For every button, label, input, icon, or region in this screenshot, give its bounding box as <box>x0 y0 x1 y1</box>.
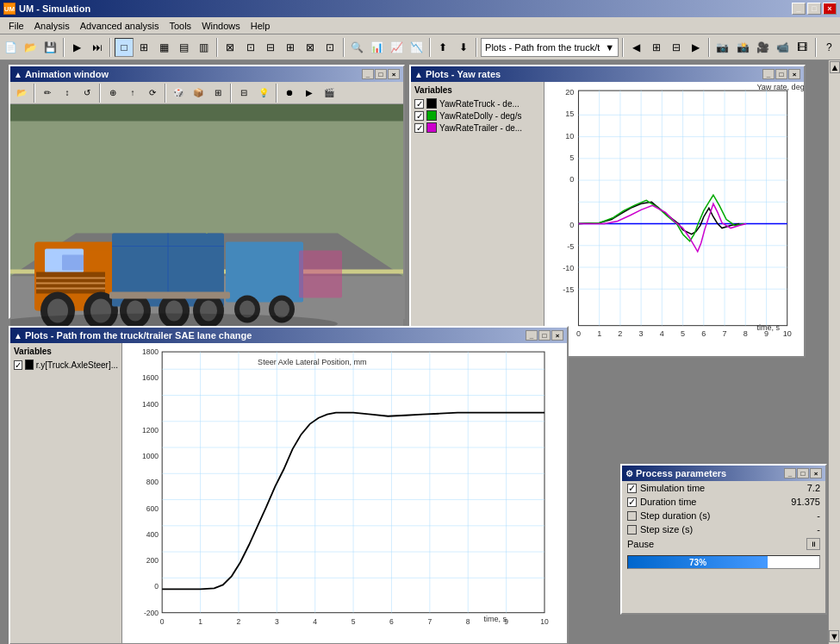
close-button[interactable]: × <box>823 3 837 15</box>
path-minimize[interactable]: _ <box>526 330 538 341</box>
anim-rotate[interactable]: ↺ <box>78 84 96 103</box>
tool-btn-4[interactable]: ⊞ <box>281 38 299 57</box>
yaw-var3-checkbox[interactable]: ✓ <box>414 123 424 133</box>
anim-extra[interactable]: 🎬 <box>320 84 339 103</box>
yaw-maximize[interactable]: □ <box>775 69 787 79</box>
yaw-minimize[interactable]: _ <box>762 69 775 79</box>
menu-analysis[interactable]: Analysis <box>29 19 75 33</box>
step-button[interactable]: ⏭ <box>88 38 106 57</box>
yaw-var1-checkbox[interactable]: ✓ <box>414 99 424 109</box>
anim-grid[interactable]: ⊟ <box>234 84 253 103</box>
step-size-checkbox[interactable] <box>627 525 637 535</box>
svg-text:800: 800 <box>146 478 159 486</box>
tool-btn-3[interactable]: ⊟ <box>261 38 279 57</box>
help-btn[interactable]: ? <box>820 38 838 57</box>
main-scrollbar[interactable]: ▲ ▼ <box>828 60 840 644</box>
menu-windows[interactable]: Windows <box>196 19 246 33</box>
camera-btn-3[interactable]: 🎥 <box>754 38 772 57</box>
yaw-variables-panel: Variables ✓ YawRateTruck - de... ✓ YawRa… <box>411 82 544 356</box>
yaw-var2-checkbox[interactable]: ✓ <box>414 111 424 121</box>
anim-view3[interactable]: ⊞ <box>208 84 227 103</box>
tool-btn-2[interactable]: ⊡ <box>241 38 259 57</box>
toolbar-sep-5 <box>429 38 431 57</box>
anim-close[interactable]: × <box>388 69 400 79</box>
process-maximize[interactable]: □ <box>797 468 809 478</box>
view-btn-5[interactable]: ▥ <box>195 38 213 57</box>
anim-minimize[interactable]: _ <box>362 69 374 79</box>
path-close[interactable]: × <box>551 330 563 341</box>
scroll-up[interactable]: ▲ <box>830 61 840 73</box>
view-btn-1[interactable]: □ <box>115 38 133 57</box>
plots-dropdown[interactable]: Plots - Path from the truck/t ▼ <box>481 38 619 57</box>
anim-draw[interactable]: ✏ <box>38 84 57 103</box>
main-content: ▲ Animation window _ □ × 📂 ✏ ↕ ↺ ⊕ ↑ ⟳ 🎲… <box>0 60 840 644</box>
maximize-button[interactable]: □ <box>807 3 821 15</box>
process-minimize[interactable]: _ <box>784 468 796 478</box>
duration-time-checkbox[interactable]: ✓ <box>627 497 637 507</box>
svg-text:1200: 1200 <box>142 426 159 435</box>
sim-time-checkbox[interactable]: ✓ <box>627 484 637 493</box>
anim-maximize[interactable]: □ <box>375 69 387 79</box>
nav-btn-2[interactable]: ⊞ <box>647 38 665 57</box>
anim-spin[interactable]: ⟳ <box>143 84 162 103</box>
step-duration-checkbox[interactable] <box>627 511 637 521</box>
view-btn-2[interactable]: ⊞ <box>135 38 153 57</box>
svg-rect-9 <box>62 255 84 271</box>
anim-view2[interactable]: 📦 <box>189 84 208 103</box>
anim-light[interactable]: 💡 <box>254 84 273 103</box>
minimize-button[interactable]: _ <box>792 3 806 15</box>
anim-record[interactable]: ⏺ <box>280 84 299 103</box>
camera-btn-2[interactable]: 📸 <box>734 38 752 57</box>
yaw-close[interactable]: × <box>788 69 800 79</box>
anim-play[interactable]: ▶ <box>300 84 319 103</box>
tool-btn-1[interactable]: ⊠ <box>221 38 240 57</box>
menu-tools[interactable]: Tools <box>164 19 196 33</box>
yaw-var2-color <box>426 110 437 121</box>
nav-btn-3[interactable]: ⊟ <box>667 38 685 57</box>
anim-view1[interactable]: 🎲 <box>169 84 188 103</box>
camera-btn-4[interactable]: 📹 <box>774 38 792 57</box>
play-button[interactable]: ▶ <box>68 38 86 57</box>
anim-icon: ▲ <box>14 70 22 79</box>
anim-title: Animation window <box>25 69 109 79</box>
menu-file[interactable]: File <box>3 19 29 33</box>
process-close[interactable]: × <box>810 468 822 478</box>
nav-btn-1[interactable]: ◀ <box>627 38 645 57</box>
step-size-label: Step size (s) <box>640 524 817 535</box>
new-button[interactable]: 📄 <box>2 38 20 57</box>
view-btn-3[interactable]: ▦ <box>155 38 173 57</box>
anim-target[interactable]: ⊕ <box>103 84 122 103</box>
progress-bar-fill: 73% <box>628 556 768 568</box>
anim-open[interactable]: 📂 <box>12 84 31 103</box>
path-maximize[interactable]: □ <box>538 330 551 341</box>
zoom-btn[interactable]: 🔍 <box>348 38 366 57</box>
pause-label: Pause <box>627 539 806 549</box>
tool-btn-5[interactable]: ⊠ <box>301 38 319 57</box>
import-btn[interactable]: ⬇ <box>454 38 472 57</box>
scroll-down[interactable]: ▼ <box>829 630 839 642</box>
animation-window: ▲ Animation window _ □ × 📂 ✏ ↕ ↺ ⊕ ↑ ⟳ 🎲… <box>9 65 405 319</box>
anim-move[interactable]: ↕ <box>58 84 77 103</box>
graph-btn[interactable]: 📈 <box>388 38 406 57</box>
graph2-btn[interactable]: 📉 <box>408 38 426 57</box>
save-button[interactable]: 💾 <box>41 38 59 57</box>
menu-help[interactable]: Help <box>246 19 276 33</box>
anim-up[interactable]: ↑ <box>123 84 142 103</box>
pause-icon[interactable]: ⏸ <box>806 538 820 550</box>
path-var1-checkbox[interactable]: ✓ <box>14 360 22 370</box>
camera-btn-1[interactable]: 📷 <box>713 38 731 57</box>
svg-text:3: 3 <box>275 617 279 626</box>
menu-advanced[interactable]: Advanced analysis <box>75 19 165 33</box>
process-title: Process parameters <box>636 468 726 478</box>
view-btn-4[interactable]: ▤ <box>175 38 193 57</box>
nav-btn-4[interactable]: ▶ <box>687 38 705 57</box>
export-btn[interactable]: ⬆ <box>434 38 452 57</box>
chart-btn[interactable]: 📊 <box>368 38 386 57</box>
svg-text:0: 0 <box>160 617 165 626</box>
svg-text:1600: 1600 <box>142 373 159 382</box>
open-button[interactable]: 📂 <box>22 38 40 57</box>
tool-btn-6[interactable]: ⊡ <box>320 38 339 57</box>
camera-btn-5[interactable]: 🎞 <box>793 38 812 57</box>
anim-sep1 <box>34 84 35 103</box>
animation-scene <box>10 104 403 355</box>
